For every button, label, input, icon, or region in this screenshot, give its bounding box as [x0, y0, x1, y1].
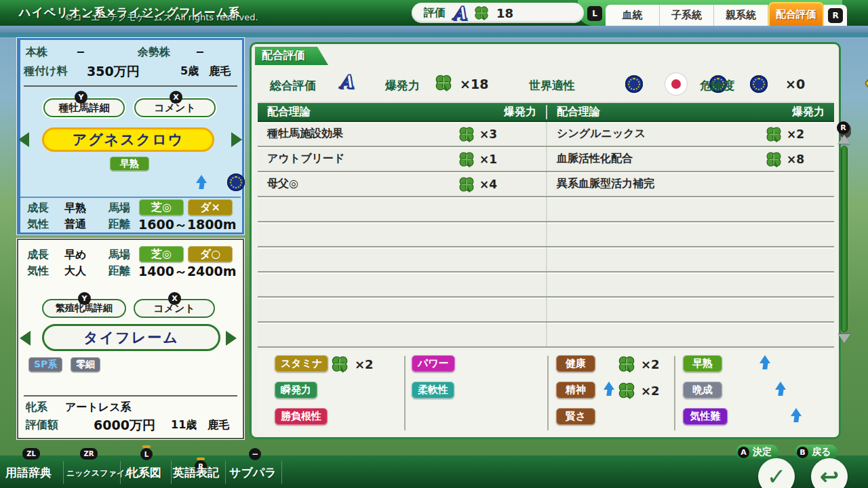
scroll-down-arrow[interactable] — [838, 334, 850, 343]
scrollbar-thumb[interactable] — [841, 146, 848, 332]
health-mult: ×2 — [641, 357, 660, 371]
danger-label: 危険度 — [700, 78, 734, 94]
world-flag-eu-icon — [625, 75, 643, 93]
copyright-text: ©コーエーテクモゲームス All rights reserved. — [64, 12, 258, 24]
spare-stock-label: 余勢株 — [138, 45, 170, 60]
eu-flag-icon — [227, 174, 245, 191]
fee-value: 350万円 — [87, 63, 140, 81]
mare-dirt-badge: ダ○ — [188, 246, 233, 262]
glossary-button[interactable]: 用語辞典 — [5, 465, 52, 481]
y-key-icon: Y — [75, 91, 87, 104]
table-row: 母父◎ ×4 異系血脈型活力補完 — [258, 172, 834, 197]
mare-x-key-icon: X — [168, 292, 181, 305]
stamina-badge: スタミナ — [275, 355, 328, 372]
rare-line-badge: 零細 — [71, 357, 100, 372]
power-column-header: 爆発力 — [792, 105, 825, 119]
table-row-empty — [258, 298, 834, 323]
divider — [547, 356, 549, 430]
overall-eval-grade: A — [339, 73, 353, 91]
tab-endcap: R — [824, 5, 847, 26]
prev-mare-arrow[interactable] — [20, 331, 31, 346]
table-row-empty — [258, 272, 834, 298]
dam-line-value: アートレス系 — [65, 401, 132, 415]
tab-match-evaluation[interactable]: 配合評価 — [768, 2, 824, 26]
mare-y-key-icon: Y — [78, 292, 91, 305]
table-row: 種牡馬施設効果 ×3 シングルニックス ×2 — [258, 122, 834, 147]
table-row-empty — [258, 222, 834, 247]
distance-value: 1600～1800m — [138, 216, 237, 234]
theory-mult: ×4 — [479, 178, 508, 191]
right-stick-icon: R — [837, 121, 850, 134]
clover-icon — [765, 150, 783, 168]
nicks-file-button[interactable]: ニックスファイル — [66, 468, 133, 479]
divider — [225, 461, 226, 484]
clover-icon — [458, 150, 475, 168]
temper-value: 普通 — [64, 218, 86, 232]
distance-label: 距離 — [108, 218, 130, 232]
a-key-icon: A — [738, 447, 749, 458]
stamina-mult: ×2 — [355, 357, 374, 371]
teal-divider — [0, 33, 868, 37]
divider — [20, 197, 241, 198]
explosive-mult: ×18 — [460, 77, 488, 92]
theory-column-header: 配合理論 — [557, 105, 600, 119]
back-button[interactable]: B 戻る — [795, 445, 837, 460]
theory-mult: ×1 — [479, 152, 508, 166]
power-column-header: 爆発力 — [504, 105, 536, 119]
spare-stock-value: − — [195, 45, 204, 58]
theory-name: シングルニックス — [557, 127, 765, 141]
clover-icon — [617, 381, 636, 400]
tab-child-line[interactable]: 子系統 — [660, 5, 714, 26]
r-shoulder-key[interactable]: R — [828, 8, 843, 23]
late-bloomer-badge: 晩成 — [683, 382, 722, 399]
power-badge: パワー — [412, 355, 455, 372]
divider — [674, 356, 675, 430]
theory-name: アウトブリード — [267, 152, 458, 166]
stallion-name-pill[interactable]: アグネスクロウ — [42, 127, 214, 152]
tab-bloodline[interactable]: 血統 — [606, 5, 660, 26]
theory-name: 種牡馬施設効果 — [267, 127, 458, 141]
track-label: 馬場 — [108, 201, 130, 216]
sub-parameter-button[interactable]: サブパラ — [229, 465, 277, 481]
clover-icon — [765, 125, 783, 143]
appraisal-value: 6000万円 — [94, 417, 155, 434]
prev-stallion-arrow[interactable] — [18, 132, 29, 147]
scroll-up-arrow[interactable] — [838, 135, 850, 144]
match-evaluation-tab-label: 配合評価 — [255, 47, 328, 65]
divider — [24, 85, 237, 87]
clover-count: 18 — [496, 6, 513, 20]
clover-icon — [434, 73, 453, 92]
sp-line-badge: SP系 — [28, 357, 62, 372]
x-key-icon: X — [170, 91, 182, 104]
overall-eval-label: 総合評価 — [270, 78, 316, 94]
l-shoulder-key[interactable]: L — [587, 6, 602, 21]
explosive-label: 爆発力 — [385, 78, 420, 94]
mare-name-pill[interactable]: タイフレーム — [42, 324, 220, 351]
theory-table: 配合理論 爆発力 配合理論 爆発力 種牡馬施設効果 ×3 シングルニックス ×2… — [258, 102, 834, 348]
tab-parent-line[interactable]: 親系統 — [714, 5, 768, 26]
clover-icon — [330, 354, 349, 373]
bottom-bar: ZL 用語辞典 ZR ニックスファイル L 牝系図 R 英語表記 − サブパラ … — [0, 455, 868, 488]
blue-divider — [0, 26, 868, 33]
english-notation-button[interactable]: 英語表記 — [173, 465, 219, 481]
next-mare-arrow[interactable] — [226, 331, 237, 346]
zr-key-icon: ZR — [80, 448, 98, 460]
table-row: アウトブリード ×1 血脈活性化配合 ×8 — [258, 147, 834, 172]
tab-group: L 血統 子系統 親系統 配合評価 R — [587, 0, 847, 26]
stallion-coat: 鹿毛 — [209, 64, 231, 79]
confirm-check-icon[interactable]: ✓ — [758, 458, 795, 488]
theory-name: 血脈活性化配合 — [557, 152, 765, 166]
growth-badge: 早熟 — [110, 157, 149, 171]
clover-icon — [458, 176, 475, 193]
health-badge: 健康 — [556, 355, 595, 372]
b-key-icon: B — [797, 447, 808, 458]
confirm-button[interactable]: A 決定 — [736, 445, 778, 460]
wisdom-badge: 賢さ — [556, 408, 595, 425]
bad-temper-badge: 気性難 — [683, 408, 728, 425]
spirit-badge: 精神 — [556, 382, 595, 399]
mare-growth-value: 早め — [64, 248, 86, 262]
back-arrow-icon[interactable]: ↩ — [811, 458, 848, 488]
fee-label: 種付け料 — [24, 64, 67, 79]
next-stallion-arrow[interactable] — [231, 132, 242, 147]
dam-line-chart-button[interactable]: 牝系図 — [127, 465, 161, 481]
